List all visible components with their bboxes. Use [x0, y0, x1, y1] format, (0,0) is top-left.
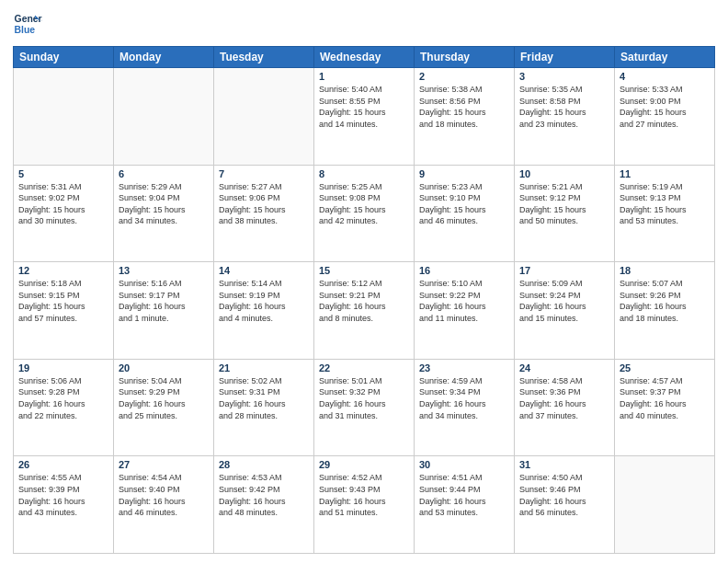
header: General Blue [13, 9, 715, 39]
day-cell-27: 27Sunrise: 4:54 AM Sunset: 9:40 PM Dayli… [114, 456, 214, 554]
day-info-5: Sunrise: 5:31 AM Sunset: 9:02 PM Dayligh… [18, 181, 108, 227]
day-info-22: Sunrise: 5:01 AM Sunset: 9:32 PM Dayligh… [319, 375, 409, 421]
day-cell-1: 1Sunrise: 5:40 AM Sunset: 8:55 PM Daylig… [314, 68, 415, 166]
day-number-5: 5 [18, 168, 108, 179]
day-cell-13: 13Sunrise: 5:16 AM Sunset: 9:17 PM Dayli… [114, 262, 214, 360]
day-cell-21: 21Sunrise: 5:02 AM Sunset: 9:31 PM Dayli… [214, 359, 314, 456]
logo: General Blue [13, 9, 42, 39]
day-number-3: 3 [519, 71, 609, 82]
day-number-13: 13 [119, 265, 209, 276]
calendar-table: SundayMondayTuesdayWednesdayThursdayFrid… [13, 46, 715, 554]
day-cell-8: 8Sunrise: 5:25 AM Sunset: 9:08 PM Daylig… [314, 165, 415, 262]
weekday-header-saturday: Saturday [615, 47, 715, 68]
day-cell-4: 4Sunrise: 5:33 AM Sunset: 9:00 PM Daylig… [615, 68, 715, 166]
day-cell-30: 30Sunrise: 4:51 AM Sunset: 9:44 PM Dayli… [415, 456, 515, 554]
day-number-19: 19 [18, 362, 108, 373]
day-info-4: Sunrise: 5:33 AM Sunset: 9:00 PM Dayligh… [620, 84, 710, 130]
day-number-26: 26 [18, 459, 108, 470]
day-info-13: Sunrise: 5:16 AM Sunset: 9:17 PM Dayligh… [119, 278, 209, 324]
day-number-23: 23 [419, 362, 509, 373]
day-info-31: Sunrise: 4:50 AM Sunset: 9:46 PM Dayligh… [519, 472, 609, 518]
logo-icon: General Blue [13, 9, 42, 39]
day-info-21: Sunrise: 5:02 AM Sunset: 9:31 PM Dayligh… [219, 375, 309, 421]
day-cell-16: 16Sunrise: 5:10 AM Sunset: 9:22 PM Dayli… [415, 262, 515, 360]
day-info-27: Sunrise: 4:54 AM Sunset: 9:40 PM Dayligh… [119, 472, 209, 518]
day-number-6: 6 [119, 168, 209, 179]
day-cell-26: 26Sunrise: 4:55 AM Sunset: 9:39 PM Dayli… [14, 456, 114, 554]
day-info-2: Sunrise: 5:38 AM Sunset: 8:56 PM Dayligh… [419, 84, 509, 130]
day-number-24: 24 [519, 362, 609, 373]
day-info-17: Sunrise: 5:09 AM Sunset: 9:24 PM Dayligh… [519, 278, 609, 324]
day-cell-28: 28Sunrise: 4:53 AM Sunset: 9:42 PM Dayli… [214, 456, 314, 554]
day-info-29: Sunrise: 4:52 AM Sunset: 9:43 PM Dayligh… [319, 472, 409, 518]
day-number-2: 2 [419, 71, 509, 82]
day-number-18: 18 [620, 265, 710, 276]
empty-cell [615, 456, 715, 554]
day-info-10: Sunrise: 5:21 AM Sunset: 9:12 PM Dayligh… [519, 181, 609, 227]
day-number-14: 14 [219, 265, 309, 276]
day-info-28: Sunrise: 4:53 AM Sunset: 9:42 PM Dayligh… [219, 472, 309, 518]
day-info-11: Sunrise: 5:19 AM Sunset: 9:13 PM Dayligh… [620, 181, 710, 227]
weekday-header-monday: Monday [114, 47, 214, 68]
day-info-19: Sunrise: 5:06 AM Sunset: 9:28 PM Dayligh… [18, 375, 108, 421]
svg-text:Blue: Blue [15, 25, 36, 35]
day-info-6: Sunrise: 5:29 AM Sunset: 9:04 PM Dayligh… [119, 181, 209, 227]
day-number-31: 31 [519, 459, 609, 470]
day-number-8: 8 [319, 168, 409, 179]
day-cell-12: 12Sunrise: 5:18 AM Sunset: 9:15 PM Dayli… [14, 262, 114, 360]
day-info-8: Sunrise: 5:25 AM Sunset: 9:08 PM Dayligh… [319, 181, 409, 227]
day-cell-29: 29Sunrise: 4:52 AM Sunset: 9:43 PM Dayli… [314, 456, 415, 554]
day-info-25: Sunrise: 4:57 AM Sunset: 9:37 PM Dayligh… [620, 375, 710, 421]
day-cell-20: 20Sunrise: 5:04 AM Sunset: 9:29 PM Dayli… [114, 359, 214, 456]
day-cell-5: 5Sunrise: 5:31 AM Sunset: 9:02 PM Daylig… [14, 165, 114, 262]
weekday-header-tuesday: Tuesday [214, 47, 314, 68]
day-cell-2: 2Sunrise: 5:38 AM Sunset: 8:56 PM Daylig… [415, 68, 515, 166]
day-cell-22: 22Sunrise: 5:01 AM Sunset: 9:32 PM Dayli… [314, 359, 415, 456]
day-number-25: 25 [620, 362, 710, 373]
day-number-29: 29 [319, 459, 409, 470]
empty-cell [14, 68, 114, 166]
day-number-17: 17 [519, 265, 609, 276]
day-number-1: 1 [319, 71, 409, 82]
day-info-14: Sunrise: 5:14 AM Sunset: 9:19 PM Dayligh… [219, 278, 309, 324]
day-info-26: Sunrise: 4:55 AM Sunset: 9:39 PM Dayligh… [18, 472, 108, 518]
weekday-header-friday: Friday [515, 47, 615, 68]
weekday-header-wednesday: Wednesday [314, 47, 415, 68]
day-cell-6: 6Sunrise: 5:29 AM Sunset: 9:04 PM Daylig… [114, 165, 214, 262]
day-info-7: Sunrise: 5:27 AM Sunset: 9:06 PM Dayligh… [219, 181, 309, 227]
week-row-5: 26Sunrise: 4:55 AM Sunset: 9:39 PM Dayli… [14, 456, 715, 554]
day-info-30: Sunrise: 4:51 AM Sunset: 9:44 PM Dayligh… [419, 472, 509, 518]
day-number-9: 9 [419, 168, 509, 179]
empty-cell [114, 68, 214, 166]
day-number-15: 15 [319, 265, 409, 276]
day-cell-23: 23Sunrise: 4:59 AM Sunset: 9:34 PM Dayli… [415, 359, 515, 456]
day-number-22: 22 [319, 362, 409, 373]
day-number-30: 30 [419, 459, 509, 470]
day-info-15: Sunrise: 5:12 AM Sunset: 9:21 PM Dayligh… [319, 278, 409, 324]
page: General Blue SundayMondayTuesdayWednesda… [0, 0, 728, 563]
day-info-3: Sunrise: 5:35 AM Sunset: 8:58 PM Dayligh… [519, 84, 609, 130]
day-cell-9: 9Sunrise: 5:23 AM Sunset: 9:10 PM Daylig… [415, 165, 515, 262]
day-info-18: Sunrise: 5:07 AM Sunset: 9:26 PM Dayligh… [620, 278, 710, 324]
day-number-21: 21 [219, 362, 309, 373]
day-info-1: Sunrise: 5:40 AM Sunset: 8:55 PM Dayligh… [319, 84, 409, 130]
week-row-1: 1Sunrise: 5:40 AM Sunset: 8:55 PM Daylig… [14, 68, 715, 166]
day-info-16: Sunrise: 5:10 AM Sunset: 9:22 PM Dayligh… [419, 278, 509, 324]
day-cell-25: 25Sunrise: 4:57 AM Sunset: 9:37 PM Dayli… [615, 359, 715, 456]
weekday-header-sunday: Sunday [14, 47, 114, 68]
day-number-27: 27 [119, 459, 209, 470]
day-info-20: Sunrise: 5:04 AM Sunset: 9:29 PM Dayligh… [119, 375, 209, 421]
day-info-12: Sunrise: 5:18 AM Sunset: 9:15 PM Dayligh… [18, 278, 108, 324]
day-number-20: 20 [119, 362, 209, 373]
week-row-3: 12Sunrise: 5:18 AM Sunset: 9:15 PM Dayli… [14, 262, 715, 360]
day-cell-7: 7Sunrise: 5:27 AM Sunset: 9:06 PM Daylig… [214, 165, 314, 262]
day-info-23: Sunrise: 4:59 AM Sunset: 9:34 PM Dayligh… [419, 375, 509, 421]
week-row-4: 19Sunrise: 5:06 AM Sunset: 9:28 PM Dayli… [14, 359, 715, 456]
day-number-7: 7 [219, 168, 309, 179]
week-row-2: 5Sunrise: 5:31 AM Sunset: 9:02 PM Daylig… [14, 165, 715, 262]
weekday-header-row: SundayMondayTuesdayWednesdayThursdayFrid… [14, 47, 715, 68]
day-number-10: 10 [519, 168, 609, 179]
day-info-9: Sunrise: 5:23 AM Sunset: 9:10 PM Dayligh… [419, 181, 509, 227]
day-number-11: 11 [620, 168, 710, 179]
day-info-24: Sunrise: 4:58 AM Sunset: 9:36 PM Dayligh… [519, 375, 609, 421]
